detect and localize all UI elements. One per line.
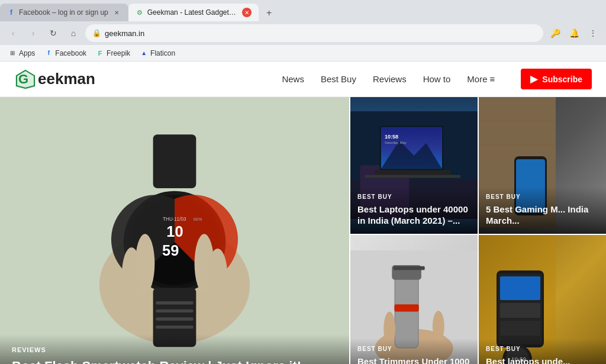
card-laptops-title: Best Laptops under 40000 in India (March… xyxy=(357,204,470,227)
browser-chrome: f Facebook – log in or sign up ✕ ⚙ Geekm… xyxy=(0,0,606,62)
svg-rect-53 xyxy=(500,276,540,300)
subscribe-label: Subscribe xyxy=(542,75,582,84)
svg-text:Saturday, May: Saturday, May xyxy=(385,141,407,145)
svg-point-18 xyxy=(136,234,155,293)
svg-rect-47 xyxy=(394,266,425,270)
menu-icon[interactable]: ⋮ xyxy=(585,25,601,41)
nav-how-to[interactable]: How to xyxy=(423,74,451,84)
hero-overlay: REVIEWS Boat Flash Smartwatch Review | J… xyxy=(0,334,349,364)
hero-category: REVIEWS xyxy=(12,346,337,353)
key-icon[interactable]: 🔑 xyxy=(547,25,563,41)
browser-action-icons: 🔑 🔔 ⋮ xyxy=(547,25,601,41)
content-grid: 10 59 THU·11/03 00% xyxy=(0,97,606,364)
more-menu-icon: ≡ xyxy=(490,74,495,84)
svg-point-20 xyxy=(208,249,227,300)
svg-text:00%: 00% xyxy=(194,217,202,222)
lock-icon: 🔒 xyxy=(92,29,101,37)
site-logo[interactable]: G eekman xyxy=(14,68,95,91)
svg-rect-15 xyxy=(156,317,194,320)
bookmark-apps-label: Apps xyxy=(19,49,35,57)
new-tab-button[interactable]: + xyxy=(261,5,278,21)
logo-icon: G xyxy=(14,68,37,91)
card-trimmers-category: BEST BUY xyxy=(357,346,470,352)
svg-rect-46 xyxy=(394,304,418,311)
tab-facebook-close[interactable]: ✕ xyxy=(112,8,121,17)
svg-text:THU·11/03: THU·11/03 xyxy=(163,217,186,222)
tab-geekman-title: Geekman - Latest Gadgets Revi... xyxy=(147,8,238,17)
card-laptops-under-title: Best laptops unde... (March 2021),... xyxy=(486,356,599,364)
svg-text:G: G xyxy=(18,72,28,86)
svg-rect-14 xyxy=(156,310,194,313)
tab-geekman-close[interactable]: ✕ xyxy=(242,8,252,17)
svg-rect-55 xyxy=(500,321,540,336)
card-laptops-under[interactable]: 10:58 BEST BUY Best laptops unde... (Mar… xyxy=(478,235,606,365)
card-laptops-under-overlay: BEST BUY Best laptops unde... (March 202… xyxy=(479,339,606,364)
nav-news[interactable]: News xyxy=(282,74,304,84)
card-trimmers[interactable]: BEST BUY Best Trimmers Under 1000 Rs in … xyxy=(349,235,478,365)
hero-image: 10 59 THU·11/03 00% xyxy=(0,97,349,364)
hero-card[interactable]: 10 59 THU·11/03 00% xyxy=(0,97,349,364)
card-trimmers-title: Best Trimmers Under 1000 Rs in India Mar… xyxy=(357,356,470,364)
card-gaming-title: 5 Best Gaming M... India March... xyxy=(486,204,599,227)
website: G eekman News Best Buy Reviews How to Mo… xyxy=(0,62,606,364)
facebook-favicon: f xyxy=(7,8,15,17)
svg-text:10:58: 10:58 xyxy=(385,134,398,140)
svg-point-49 xyxy=(433,311,444,342)
youtube-icon: ▶ xyxy=(530,73,537,85)
bookmark-freepik-label: Freepik xyxy=(107,49,130,57)
card-laptops-under-category: BEST BUY xyxy=(486,346,599,352)
extension-icon[interactable]: 🔔 xyxy=(566,25,582,41)
tab-geekman[interactable]: ⚙ Geekman - Latest Gadgets Revi... ✕ xyxy=(128,4,259,21)
bookmark-flaticon-label: Flaticon xyxy=(150,49,175,57)
svg-rect-30 xyxy=(375,170,450,175)
bookmark-freepik[interactable]: F Freepik xyxy=(92,48,134,59)
card-gaming-overlay: BEST BUY 5 Best Gaming M... India March.… xyxy=(479,186,606,234)
svg-rect-13 xyxy=(156,301,194,304)
nav-reviews[interactable]: Reviews xyxy=(373,74,407,84)
card-laptops-category: BEST BUY xyxy=(357,194,470,200)
bookmarks-bar: ⊞ Apps f Facebook F Freepik ▲ Flaticon xyxy=(0,45,606,62)
watch-svg: 10 59 THU·11/03 00% xyxy=(74,124,275,360)
card-gaming[interactable]: BEST BUY 5 Best Gaming M... India March.… xyxy=(478,97,606,235)
home-button[interactable]: ⌂ xyxy=(65,25,82,41)
address-bar: ‹ › ↻ ⌂ 🔒 geekman.in 🔑 🔔 ⋮ xyxy=(0,21,606,45)
forward-button[interactable]: › xyxy=(25,25,41,41)
flaticon-icon: ▲ xyxy=(140,49,148,57)
tab-facebook-title: Facebook – log in or sign up xyxy=(19,8,108,17)
svg-rect-16 xyxy=(156,326,194,328)
facebook-bookmark-icon: f xyxy=(44,49,53,57)
svg-rect-4 xyxy=(153,134,196,188)
reload-button[interactable]: ↻ xyxy=(45,25,62,41)
svg-rect-31 xyxy=(365,175,460,178)
url-text: geekman.in xyxy=(105,29,536,38)
geekman-favicon: ⚙ xyxy=(136,8,144,17)
card-laptops-overlay: BEST BUY Best Laptops under 40000 in Ind… xyxy=(350,186,478,234)
tab-facebook[interactable]: f Facebook – log in or sign up ✕ xyxy=(0,4,128,21)
site-header: G eekman News Best Buy Reviews How to Mo… xyxy=(0,62,606,97)
bookmark-flaticon[interactable]: ▲ Flaticon xyxy=(136,48,179,59)
tab-bar: f Facebook – log in or sign up ✕ ⚙ Geekm… xyxy=(0,0,606,21)
card-gaming-category: BEST BUY xyxy=(486,194,599,200)
back-button[interactable]: ‹ xyxy=(5,25,21,41)
bookmark-facebook[interactable]: f Facebook xyxy=(41,48,90,59)
nav-more[interactable]: More ≡ xyxy=(467,74,495,84)
url-bar[interactable]: 🔒 geekman.in xyxy=(85,24,543,42)
subscribe-button[interactable]: ▶ Subscribe xyxy=(521,69,592,89)
bookmark-facebook-label: Facebook xyxy=(55,49,86,57)
svg-text:59: 59 xyxy=(162,242,179,259)
freepik-icon: F xyxy=(96,49,104,57)
svg-rect-54 xyxy=(500,303,540,318)
card-laptops[interactable]: 10:58 Saturday, May BEST BUY Best Laptop… xyxy=(349,97,478,235)
bookmark-apps[interactable]: ⊞ Apps xyxy=(5,48,38,59)
site-nav: News Best Buy Reviews How to More ≡ ▶ Su… xyxy=(282,69,592,89)
apps-icon: ⊞ xyxy=(8,49,17,57)
logo-text: eekman xyxy=(38,70,95,88)
nav-best-buy[interactable]: Best Buy xyxy=(321,74,356,84)
svg-text:10: 10 xyxy=(166,223,183,240)
hero-title: Boat Flash Smartwatch Review | Just Igno… xyxy=(12,358,337,364)
card-trimmers-overlay: BEST BUY Best Trimmers Under 1000 Rs in … xyxy=(350,339,478,364)
